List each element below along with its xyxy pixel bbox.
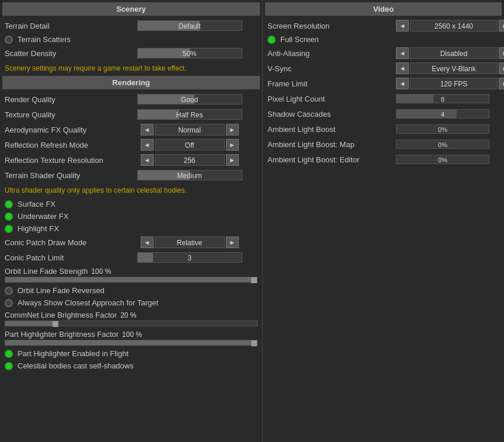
- ambient-light-map-control: 0%: [396, 140, 492, 149]
- texture-quality-slider[interactable]: Half Res: [137, 109, 242, 120]
- ambient-light-map-label: Ambient Light Boost: Map: [267, 140, 396, 149]
- ambient-light-boost-row: Ambient Light Boost 0%: [265, 121, 502, 137]
- conic-limit-slider[interactable]: 3: [137, 252, 242, 263]
- highlight-fx-label: Highlight FX: [18, 224, 59, 233]
- ambient-light-editor-bar[interactable]: 0%: [396, 155, 489, 164]
- aero-fx-prev-btn[interactable]: ◄: [141, 124, 154, 135]
- underwater-fx-toggle[interactable]: [5, 213, 13, 221]
- ambient-light-boost-control: 0%: [396, 124, 492, 134]
- orbit-fade-slider[interactable]: [5, 277, 258, 283]
- left-panel: Scenery Terrain Detail Default Terrain S…: [0, 0, 263, 442]
- commnet-brightness-row: CommNet Line Brightness Factor 20 %: [2, 309, 260, 328]
- texture-quality-row: Texture Quality Half Res: [2, 107, 260, 122]
- ambient-light-map-bar[interactable]: 0%: [396, 140, 489, 149]
- conic-draw-prev-btn[interactable]: ◄: [141, 236, 154, 248]
- scatter-density-row: Scatter Density 50%: [2, 46, 260, 61]
- frame-limit-prev-btn[interactable]: ◄: [396, 78, 409, 89]
- texture-quality-value: Half Res: [138, 110, 242, 120]
- orbit-fade-reversed-row: Orbit Line Fade Reversed: [2, 284, 260, 297]
- screen-resolution-next-btn[interactable]: ►: [499, 20, 504, 32]
- highlight-fx-toggle[interactable]: [5, 225, 13, 233]
- part-highlighter-enabled-toggle[interactable]: [5, 350, 13, 358]
- scatter-density-value: 50%: [138, 48, 242, 59]
- aero-fx-next-btn[interactable]: ►: [226, 124, 239, 135]
- surface-fx-row: Surface FX: [2, 198, 260, 210]
- screen-resolution-value: 2560 x 1440: [410, 20, 498, 32]
- ambient-light-boost-bar[interactable]: 0%: [396, 124, 489, 134]
- vsync-prev-btn[interactable]: ◄: [396, 62, 409, 74]
- screen-resolution-row: Screen Resolution ◄ 2560 x 1440 ►: [265, 18, 502, 33]
- terrain-scatters-row: Terrain Scatters: [2, 33, 260, 46]
- main-container: Scenery Terrain Detail Default Terrain S…: [0, 0, 504, 442]
- scenery-header: Scenery: [2, 2, 260, 16]
- pixel-light-count-control: 8: [396, 94, 492, 103]
- scatter-density-slider[interactable]: 50%: [137, 48, 242, 58]
- reflection-refresh-next-btn[interactable]: ►: [226, 139, 239, 151]
- underwater-fx-label: Underwater FX: [18, 212, 68, 221]
- scatter-density-label: Scatter Density: [5, 49, 121, 58]
- reflection-texture-nav: ◄ 256 ►: [141, 154, 239, 166]
- closest-approach-label: Always Show Closest Approach for Target: [18, 298, 158, 307]
- part-highlighter-brightness-slider[interactable]: [5, 340, 258, 346]
- celestial-shadows-label: Celestial bodies cast self-shadows: [18, 361, 134, 370]
- reflection-refresh-label: Reflection Refresh Mode: [5, 141, 121, 149]
- ultra-note: Ultra shader quality only applies to cer…: [2, 183, 260, 198]
- part-highlighter-brightness-header: Part Highlighter Brightness Factor 100 %: [5, 330, 258, 339]
- conic-limit-row: Conic Patch Limit 3: [2, 250, 260, 265]
- terrain-shader-control: Medium: [121, 170, 258, 180]
- conic-draw-next-btn[interactable]: ►: [226, 236, 239, 248]
- conic-draw-label: Conic Patch Draw Mode: [5, 238, 121, 247]
- pixel-light-count-label: Pixel Light Count: [267, 95, 396, 103]
- shadow-cascades-bar[interactable]: 4: [396, 109, 489, 119]
- orbit-fade-header: Orbit Line Fade Strength 100 %: [5, 267, 258, 276]
- commnet-brightness-slider[interactable]: [5, 321, 258, 326]
- celestial-shadows-toggle[interactable]: [5, 362, 13, 370]
- ambient-light-editor-value: 0%: [397, 155, 489, 165]
- terrain-shader-slider[interactable]: Medium: [137, 170, 242, 180]
- surface-fx-toggle[interactable]: [5, 200, 13, 208]
- vsync-label: V-Sync: [267, 64, 396, 73]
- render-quality-label: Render Quality: [5, 95, 121, 104]
- reflection-refresh-value: Off: [155, 139, 225, 151]
- closest-approach-toggle[interactable]: [5, 299, 13, 307]
- reflection-refresh-nav: ◄ Off ►: [141, 139, 239, 151]
- pixel-light-count-bar[interactable]: 8: [396, 94, 489, 103]
- terrain-detail-label: Terrain Detail: [5, 22, 121, 30]
- part-highlighter-enabled-label: Part Highlighter Enabled in Flight: [18, 349, 128, 358]
- full-screen-toggle[interactable]: [267, 36, 276, 44]
- shadow-cascades-value: 4: [397, 110, 489, 119]
- orbit-fade-reversed-toggle[interactable]: [5, 287, 13, 295]
- aero-fx-nav: ◄ Normal ►: [141, 124, 239, 135]
- frame-limit-control: ◄ 120 FPS ►: [396, 78, 504, 89]
- scenery-note: Scenery settings may require a game rest…: [2, 61, 260, 76]
- frame-limit-next-btn[interactable]: ►: [499, 78, 504, 89]
- render-quality-value: Good: [138, 95, 242, 105]
- reflection-texture-prev-btn[interactable]: ◄: [141, 154, 154, 166]
- aero-fx-control: ◄ Normal ►: [121, 124, 258, 135]
- screen-resolution-prev-btn[interactable]: ◄: [396, 20, 409, 32]
- ambient-light-boost-label: Ambient Light Boost: [267, 125, 396, 134]
- anti-aliasing-next-btn[interactable]: ►: [499, 47, 504, 59]
- orbit-fade-label: Orbit Line Fade Strength: [5, 267, 88, 276]
- vsync-value: Every V-Blank: [410, 62, 498, 74]
- reflection-texture-label: Reflection Texture Resolution: [5, 156, 121, 165]
- terrain-scatters-toggle[interactable]: [5, 36, 13, 44]
- anti-aliasing-value: Disabled: [410, 47, 498, 59]
- vsync-row: V-Sync ◄ Every V-Blank ►: [265, 61, 502, 76]
- render-quality-slider[interactable]: Good: [137, 94, 242, 105]
- conic-limit-control: 3: [121, 252, 258, 263]
- aero-fx-row: Aerodynamic FX Quality ◄ Normal ►: [2, 122, 260, 137]
- video-header: Video: [265, 2, 502, 16]
- anti-aliasing-prev-btn[interactable]: ◄: [396, 47, 409, 59]
- vsync-next-btn[interactable]: ►: [499, 62, 504, 74]
- part-highlighter-brightness-value: 100 %: [122, 330, 142, 339]
- commnet-brightness-label: CommNet Line Brightness Factor: [5, 311, 117, 319]
- reflection-texture-next-btn[interactable]: ►: [226, 154, 239, 166]
- reflection-texture-control: ◄ 256 ►: [121, 154, 258, 166]
- conic-draw-value: Relative: [155, 236, 225, 248]
- frame-limit-row: Frame Limit ◄ 120 FPS ►: [265, 76, 502, 91]
- reflection-refresh-prev-btn[interactable]: ◄: [141, 139, 154, 151]
- terrain-detail-slider[interactable]: Default: [137, 20, 242, 31]
- terrain-detail-control: Default: [121, 20, 258, 31]
- ambient-light-map-row: Ambient Light Boost: Map 0%: [265, 137, 502, 152]
